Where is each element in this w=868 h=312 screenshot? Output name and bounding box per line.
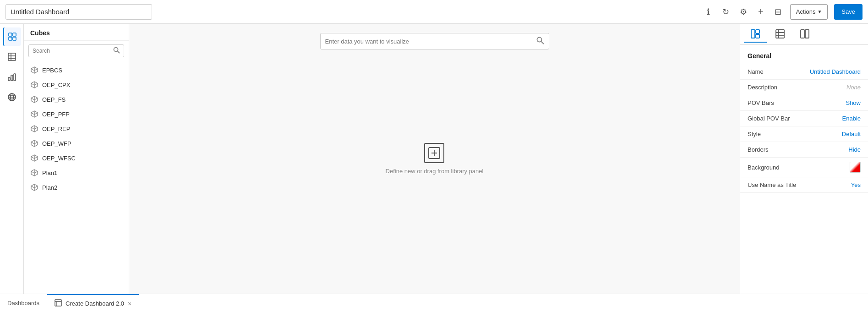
create-dashboard-tab[interactable]: Create Dashboard 2.0 × <box>47 294 139 312</box>
svg-rect-23 <box>751 30 755 38</box>
sidebar-list-item[interactable]: OEP_FS <box>24 92 129 107</box>
rp-row-value[interactable]: Yes <box>851 181 861 188</box>
rp-row-label: Description <box>748 84 777 91</box>
canvas-placeholder: Define new or drag from library panel <box>386 143 484 175</box>
actions-button[interactable]: Actions ▼ <box>790 4 828 20</box>
rp-row: POV Bars Show <box>740 95 868 111</box>
rp-row: Background <box>740 158 868 177</box>
rp-row-value[interactable]: Show <box>846 99 861 106</box>
refresh-icon[interactable]: ↻ <box>721 6 732 17</box>
canvas-search-bar <box>320 33 549 49</box>
rp-row: Name Untitled Dashboard <box>740 64 868 80</box>
svg-rect-24 <box>756 30 759 33</box>
sidebar-list-item[interactable]: OEP_WFP <box>24 136 129 151</box>
info-icon[interactable]: ℹ <box>703 6 714 17</box>
rp-row: Borders Hide <box>740 142 868 158</box>
canvas-placeholder-text: Define new or drag from library panel <box>386 168 484 175</box>
svg-point-18 <box>537 38 541 42</box>
rp-section-title: General <box>740 50 868 64</box>
rp-row-value[interactable]: Enable <box>842 115 861 122</box>
sidebar-list-item[interactable]: EPBCS <box>24 63 129 77</box>
rp-row-label: Background <box>748 164 779 171</box>
sidebar-search-input[interactable] <box>33 48 113 54</box>
canvas-search-icon <box>536 36 544 46</box>
nav-grid[interactable] <box>3 48 21 66</box>
rp-row-label: Borders <box>748 146 769 153</box>
svg-line-19 <box>541 42 544 44</box>
nav-chart[interactable] <box>3 68 21 86</box>
rp-tab-properties[interactable] <box>793 26 816 43</box>
create-dashboard-tab-icon <box>55 299 62 308</box>
svg-point-16 <box>114 48 118 52</box>
background-swatch[interactable] <box>850 162 861 173</box>
sidebar-list-item[interactable]: OEP_REP <box>24 121 129 136</box>
panel-toggle-icon[interactable]: ⊟ <box>773 6 784 17</box>
create-dashboard-tab-label: Create Dashboard 2.0 <box>66 300 124 307</box>
canvas-area: Define new or drag from library panel <box>129 24 740 294</box>
rp-row-value[interactable]: None <box>846 84 861 91</box>
close-tab-button[interactable]: × <box>128 300 131 307</box>
dashboards-tab[interactable]: Dashboards <box>0 294 47 312</box>
rp-row-value[interactable]: Hide <box>848 146 861 153</box>
rp-row-label: Global POV Bar <box>748 115 790 122</box>
top-bar-icons: ℹ ↻ ⚙ + ⊟ Actions ▼ Save <box>703 4 863 20</box>
right-panel: General Name Untitled Dashboard Descript… <box>740 24 868 294</box>
sidebar-list-item[interactable]: OEP_WFSC <box>24 151 129 165</box>
save-button[interactable]: Save <box>834 4 863 20</box>
rp-row-label: Use Name as Title <box>748 181 796 188</box>
rp-tab-layout[interactable] <box>744 26 767 43</box>
rp-row-label: POV Bars <box>748 99 774 106</box>
left-nav <box>0 24 24 294</box>
rp-tab-grid[interactable] <box>769 26 792 43</box>
svg-line-17 <box>118 51 120 54</box>
bottom-bar: Dashboards Create Dashboard 2.0 × <box>0 294 868 312</box>
svg-rect-32 <box>55 300 61 306</box>
svg-rect-25 <box>756 34 759 38</box>
rp-row-label: Name <box>748 68 764 75</box>
sidebar-list: EPBCS OEP_CPX OEP_FS OEP_PFP OEP_REP <box>24 61 129 294</box>
svg-rect-0 <box>9 33 12 36</box>
add-panel-icon[interactable] <box>424 143 444 163</box>
svg-rect-4 <box>8 53 16 60</box>
svg-rect-31 <box>805 30 809 38</box>
rp-row: Use Name as Title Yes <box>740 177 868 193</box>
sidebar: Cubes EPBCS OEP_CPX <box>24 24 129 294</box>
nav-cubes[interactable] <box>3 27 21 46</box>
settings-icon[interactable]: ⚙ <box>738 6 749 17</box>
nav-web[interactable] <box>3 88 21 106</box>
add-icon[interactable]: + <box>755 6 766 17</box>
rp-row-label: Style <box>748 131 761 137</box>
sidebar-list-item[interactable]: Plan1 <box>24 165 129 180</box>
svg-rect-1 <box>13 33 16 36</box>
svg-rect-30 <box>801 30 804 38</box>
chevron-down-icon: ▼ <box>817 9 822 14</box>
rp-row: Global POV Bar Enable <box>740 111 868 126</box>
dashboard-title-input[interactable] <box>5 4 152 20</box>
rp-row-value[interactable]: Untitled Dashboard <box>810 68 861 75</box>
main-area: Cubes EPBCS OEP_CPX <box>0 24 868 294</box>
rp-row: Style Default <box>740 126 868 142</box>
canvas-search-input[interactable] <box>325 38 536 45</box>
svg-rect-26 <box>776 30 784 38</box>
sidebar-search-container <box>28 44 124 57</box>
sidebar-list-item[interactable]: OEP_CPX <box>24 77 129 92</box>
sidebar-list-item[interactable]: OEP_PFP <box>24 107 129 121</box>
svg-rect-2 <box>9 37 12 40</box>
svg-rect-8 <box>8 77 10 81</box>
right-panel-tabs <box>740 24 868 45</box>
top-bar: ℹ ↻ ⚙ + ⊟ Actions ▼ Save <box>0 0 868 24</box>
rp-row: Description None <box>740 80 868 95</box>
svg-rect-10 <box>14 74 16 81</box>
svg-rect-3 <box>13 37 16 40</box>
svg-rect-9 <box>11 75 13 81</box>
right-panel-content: General Name Untitled Dashboard Descript… <box>740 45 868 294</box>
sidebar-list-item[interactable]: Plan2 <box>24 180 129 195</box>
sidebar-search-icon <box>113 47 120 55</box>
sidebar-header: Cubes <box>24 24 129 41</box>
rp-row-value[interactable]: Default <box>842 131 861 137</box>
